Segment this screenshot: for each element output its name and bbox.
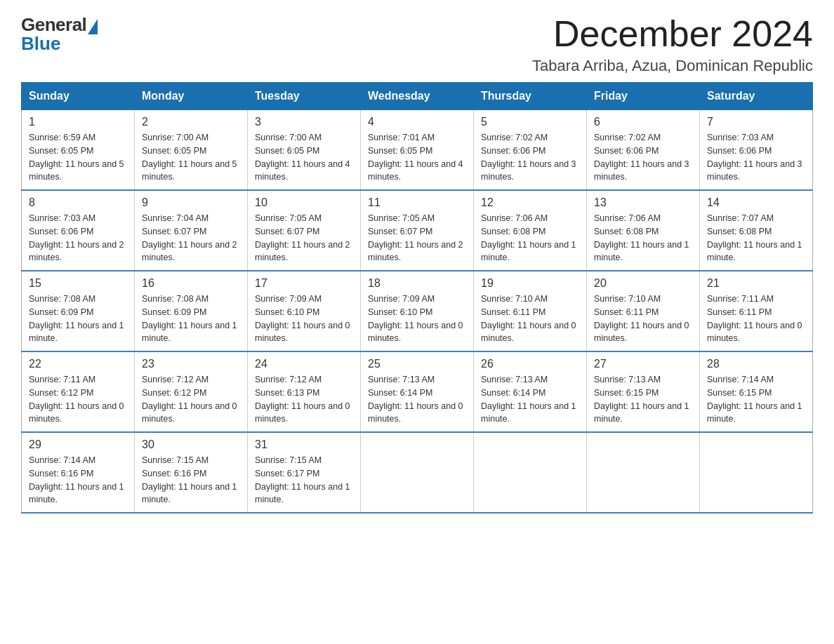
day-number: 25 <box>368 358 466 370</box>
day-info: Sunrise: 7:13 AM Sunset: 6:15 PM Dayligh… <box>594 373 692 426</box>
day-info: Sunrise: 7:09 AM Sunset: 6:10 PM Dayligh… <box>368 293 466 345</box>
day-number: 23 <box>142 358 240 370</box>
table-row: 13 Sunrise: 7:06 AM Sunset: 6:08 PM Dayl… <box>587 190 700 271</box>
table-row: 29 Sunrise: 7:14 AM Sunset: 6:16 PM Dayl… <box>22 432 135 513</box>
title-section: December 2024 Tabara Arriba, Azua, Domin… <box>532 14 813 75</box>
calendar-week-row: 22 Sunrise: 7:11 AM Sunset: 6:12 PM Dayl… <box>22 351 813 432</box>
col-tuesday: Tuesday <box>248 83 361 110</box>
day-number: 20 <box>594 277 692 290</box>
day-info: Sunrise: 7:11 AM Sunset: 6:12 PM Dayligh… <box>29 373 127 426</box>
day-number: 17 <box>255 277 353 290</box>
table-row: 6 Sunrise: 7:02 AM Sunset: 6:06 PM Dayli… <box>587 110 700 191</box>
calendar-table: Sunday Monday Tuesday Wednesday Thursday… <box>21 82 813 514</box>
day-number: 4 <box>368 116 466 128</box>
calendar-week-row: 8 Sunrise: 7:03 AM Sunset: 6:06 PM Dayli… <box>22 190 813 271</box>
table-row: 22 Sunrise: 7:11 AM Sunset: 6:12 PM Dayl… <box>22 351 135 432</box>
day-info: Sunrise: 7:12 AM Sunset: 6:12 PM Dayligh… <box>142 373 240 426</box>
day-number: 2 <box>142 116 240 128</box>
calendar-week-row: 29 Sunrise: 7:14 AM Sunset: 6:16 PM Dayl… <box>22 432 813 513</box>
day-info: Sunrise: 7:09 AM Sunset: 6:10 PM Dayligh… <box>255 293 353 345</box>
table-row: 12 Sunrise: 7:06 AM Sunset: 6:08 PM Dayl… <box>474 190 587 271</box>
day-info: Sunrise: 7:05 AM Sunset: 6:07 PM Dayligh… <box>368 212 466 264</box>
col-sunday: Sunday <box>22 83 135 110</box>
day-number: 11 <box>368 196 466 209</box>
table-row <box>700 432 813 513</box>
day-info: Sunrise: 7:06 AM Sunset: 6:08 PM Dayligh… <box>594 212 692 264</box>
table-row: 18 Sunrise: 7:09 AM Sunset: 6:10 PM Dayl… <box>361 271 474 351</box>
logo-triangle-icon <box>88 19 98 34</box>
location-title: Tabara Arriba, Azua, Dominican Republic <box>532 57 813 75</box>
table-row: 24 Sunrise: 7:12 AM Sunset: 6:13 PM Dayl… <box>248 351 361 432</box>
day-info: Sunrise: 7:08 AM Sunset: 6:09 PM Dayligh… <box>142 293 240 345</box>
table-row: 25 Sunrise: 7:13 AM Sunset: 6:14 PM Dayl… <box>361 351 474 432</box>
day-info: Sunrise: 7:05 AM Sunset: 6:07 PM Dayligh… <box>255 212 353 264</box>
day-info: Sunrise: 7:02 AM Sunset: 6:06 PM Dayligh… <box>481 131 579 184</box>
day-number: 19 <box>481 277 579 290</box>
page-header: General Blue December 2024 Tabara Arriba… <box>21 14 813 75</box>
day-number: 14 <box>707 196 805 209</box>
day-info: Sunrise: 7:14 AM Sunset: 6:15 PM Dayligh… <box>707 373 805 426</box>
day-number: 9 <box>142 196 240 209</box>
table-row: 8 Sunrise: 7:03 AM Sunset: 6:06 PM Dayli… <box>22 190 135 271</box>
col-wednesday: Wednesday <box>361 83 474 110</box>
table-row: 23 Sunrise: 7:12 AM Sunset: 6:12 PM Dayl… <box>135 351 248 432</box>
table-row: 15 Sunrise: 7:08 AM Sunset: 6:09 PM Dayl… <box>22 271 135 351</box>
day-number: 10 <box>255 196 353 209</box>
day-number: 18 <box>368 277 466 290</box>
day-number: 16 <box>142 277 240 290</box>
calendar-week-row: 1 Sunrise: 6:59 AM Sunset: 6:05 PM Dayli… <box>22 110 813 191</box>
table-row: 21 Sunrise: 7:11 AM Sunset: 6:11 PM Dayl… <box>700 271 813 351</box>
day-number: 27 <box>594 358 692 370</box>
table-row: 11 Sunrise: 7:05 AM Sunset: 6:07 PM Dayl… <box>361 190 474 271</box>
day-info: Sunrise: 7:13 AM Sunset: 6:14 PM Dayligh… <box>368 373 466 426</box>
table-row: 16 Sunrise: 7:08 AM Sunset: 6:09 PM Dayl… <box>135 271 248 351</box>
day-info: Sunrise: 7:04 AM Sunset: 6:07 PM Dayligh… <box>142 212 240 264</box>
day-info: Sunrise: 7:01 AM Sunset: 6:05 PM Dayligh… <box>368 131 466 184</box>
day-info: Sunrise: 7:11 AM Sunset: 6:11 PM Dayligh… <box>707 293 805 345</box>
table-row: 2 Sunrise: 7:00 AM Sunset: 6:05 PM Dayli… <box>135 110 248 191</box>
day-number: 31 <box>255 438 353 451</box>
table-row: 28 Sunrise: 7:14 AM Sunset: 6:15 PM Dayl… <box>700 351 813 432</box>
day-info: Sunrise: 7:10 AM Sunset: 6:11 PM Dayligh… <box>594 293 692 345</box>
table-row: 30 Sunrise: 7:15 AM Sunset: 6:16 PM Dayl… <box>135 432 248 513</box>
col-saturday: Saturday <box>700 83 813 110</box>
day-number: 21 <box>707 277 805 290</box>
table-row: 27 Sunrise: 7:13 AM Sunset: 6:15 PM Dayl… <box>587 351 700 432</box>
table-row: 20 Sunrise: 7:10 AM Sunset: 6:11 PM Dayl… <box>587 271 700 351</box>
col-friday: Friday <box>587 83 700 110</box>
table-row: 9 Sunrise: 7:04 AM Sunset: 6:07 PM Dayli… <box>135 190 248 271</box>
table-row: 26 Sunrise: 7:13 AM Sunset: 6:14 PM Dayl… <box>474 351 587 432</box>
logo: General Blue <box>21 14 98 55</box>
table-row: 7 Sunrise: 7:03 AM Sunset: 6:06 PM Dayli… <box>700 110 813 191</box>
logo-blue-text: Blue <box>21 33 60 55</box>
day-info: Sunrise: 7:00 AM Sunset: 6:05 PM Dayligh… <box>255 131 353 184</box>
day-info: Sunrise: 7:07 AM Sunset: 6:08 PM Dayligh… <box>707 212 805 264</box>
day-number: 26 <box>481 358 579 370</box>
table-row: 31 Sunrise: 7:15 AM Sunset: 6:17 PM Dayl… <box>248 432 361 513</box>
table-row: 1 Sunrise: 6:59 AM Sunset: 6:05 PM Dayli… <box>22 110 135 191</box>
day-number: 28 <box>707 358 805 370</box>
table-row: 17 Sunrise: 7:09 AM Sunset: 6:10 PM Dayl… <box>248 271 361 351</box>
day-number: 8 <box>29 196 127 209</box>
day-number: 6 <box>594 116 692 128</box>
day-number: 13 <box>594 196 692 209</box>
table-row: 19 Sunrise: 7:10 AM Sunset: 6:11 PM Dayl… <box>474 271 587 351</box>
day-info: Sunrise: 7:14 AM Sunset: 6:16 PM Dayligh… <box>29 454 127 507</box>
day-info: Sunrise: 7:15 AM Sunset: 6:16 PM Dayligh… <box>142 454 240 507</box>
table-row <box>587 432 700 513</box>
table-row: 3 Sunrise: 7:00 AM Sunset: 6:05 PM Dayli… <box>248 110 361 191</box>
day-number: 5 <box>481 116 579 128</box>
day-number: 15 <box>29 277 127 290</box>
col-thursday: Thursday <box>474 83 587 110</box>
day-info: Sunrise: 7:10 AM Sunset: 6:11 PM Dayligh… <box>481 293 579 345</box>
day-number: 3 <box>255 116 353 128</box>
day-info: Sunrise: 7:13 AM Sunset: 6:14 PM Dayligh… <box>481 373 579 426</box>
day-number: 1 <box>29 116 127 128</box>
table-row <box>474 432 587 513</box>
day-info: Sunrise: 7:08 AM Sunset: 6:09 PM Dayligh… <box>29 293 127 345</box>
table-row <box>361 432 474 513</box>
day-number: 29 <box>29 438 127 451</box>
day-info: Sunrise: 7:15 AM Sunset: 6:17 PM Dayligh… <box>255 454 353 507</box>
table-row: 5 Sunrise: 7:02 AM Sunset: 6:06 PM Dayli… <box>474 110 587 191</box>
table-row: 10 Sunrise: 7:05 AM Sunset: 6:07 PM Dayl… <box>248 190 361 271</box>
